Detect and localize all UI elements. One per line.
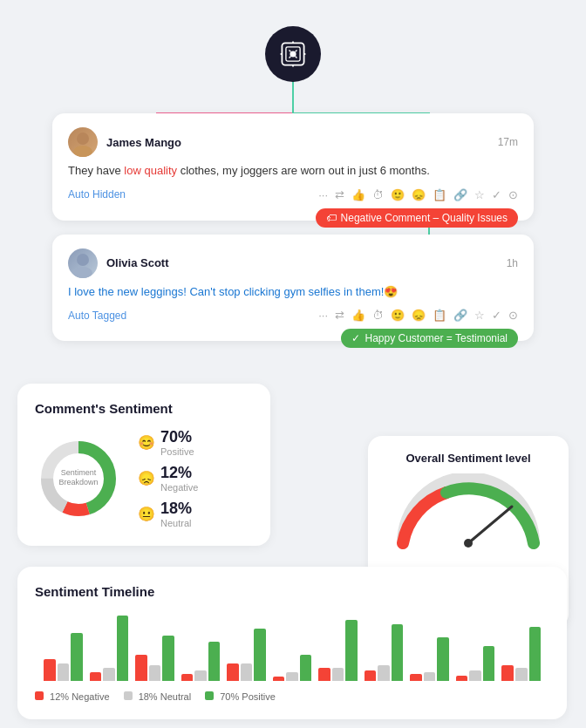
check-icon[interactable]: ✓ [492,188,501,201]
repost-icon-2[interactable]: ⇄ [335,309,344,322]
bar-pos-8 [437,637,449,681]
bar-chart [35,611,549,681]
sad-icon-2[interactable]: 😞 [412,309,426,322]
bar-neu-7 [378,665,390,681]
link-icon-2[interactable]: 🔗 [453,309,467,322]
svg-point-12 [73,146,92,157]
comment-text-olivia: I love the new leggings! Can't stop clic… [68,283,518,301]
negative-label: Negative [160,482,198,493]
smile-icon[interactable]: 🙂 [391,188,405,201]
legend-dot-neutral [124,691,133,700]
legend-dot-negative [35,691,44,700]
clock-icon[interactable]: ⏱ [372,188,384,201]
sentiment-breakdown: 😊 70% Positive 😞 12% Negative 😐 [138,428,198,528]
bar-group-5 [273,655,312,681]
action-icons-james: ··· ⇄ 👍 ⏱ 🙂 😞 📋 🔗 ☆ ✓ ⊙ [318,188,518,201]
hide-icon[interactable]: ⊙ [508,188,518,201]
copy-icon[interactable]: 📋 [433,188,446,201]
bar-neu-4 [241,663,253,681]
neutral-pct: 18% [160,500,192,517]
donut-chart: SentimentBreakdown [35,435,122,522]
cards-area: James Mango 17m They have low quality cl… [52,113,534,355]
clock-icon-2[interactable]: ⏱ [372,309,384,322]
bar-pos-5 [300,655,312,681]
repost-icon[interactable]: ⇄ [335,188,344,201]
svg-point-13 [77,254,89,266]
smile-icon-2[interactable]: 🙂 [391,309,405,322]
bar-neg-7 [365,670,377,681]
more-icon[interactable]: ··· [318,188,328,201]
donut-center-label: SentimentBreakdown [58,468,98,488]
bar-neg-4 [227,663,239,681]
chart-legend: 12% Negative 18% Neutral 70% Positive [35,691,549,702]
tag-badge-positive: ✓ Happy Customer = Testimonial [341,329,518,348]
bar-group-3 [181,642,221,681]
timeline-card: Sentiment Timeline 12% Negative 18% Neut… [17,567,567,719]
bar-neu-10 [515,668,528,681]
username-olivia: Olivia Scott [106,256,169,269]
username-james: James Mango [106,136,181,149]
action-icons-olivia: ··· ⇄ 👍 ⏱ 🙂 😞 📋 🔗 ☆ ✓ ⊙ [318,309,518,322]
bar-neg-5 [273,677,285,681]
star-icon[interactable]: ☆ [474,188,485,201]
sentiment-title: Comment's Sentiment [35,401,253,416]
bar-neg-2 [135,655,147,681]
check-icon-2[interactable]: ✓ [492,309,501,322]
svg-point-11 [77,133,89,145]
timestamp-james: 17m [498,136,518,148]
bar-pos-2 [162,636,174,681]
bar-group-0 [44,633,83,681]
neutral-label: Neutral [160,518,192,528]
bar-pos-6 [345,620,358,681]
donut-area: SentimentBreakdown 😊 70% Positive 😞 12% … [35,428,253,528]
svg-point-14 [73,267,92,278]
tag-label-negative: Negative Comment – Quality Issues [341,212,508,224]
negative-item: 😞 12% Negative [138,464,198,493]
user-olivia: Olivia Scott [68,248,169,278]
comment-card-james: James Mango 17m They have low quality cl… [52,113,534,221]
bar-pos-9 [483,646,495,681]
comment-text-james: They have low quality clothes, my jogger… [68,162,518,180]
link-icon[interactable]: 🔗 [453,188,467,201]
positive-item: 😊 70% Positive [138,428,198,457]
legend-dot-positive [205,691,214,700]
hide-icon-2[interactable]: ⊙ [508,309,518,322]
timestamp-olivia: 1h [507,257,518,269]
copy-icon-2[interactable]: 📋 [433,309,446,322]
tag-icon-positive: ✓ [351,332,360,344]
bar-pos-10 [529,627,542,681]
highlight-quality: low quality [124,164,177,177]
timeline-title: Sentiment Timeline [35,584,549,599]
star-icon-2[interactable]: ☆ [474,309,485,322]
bar-group-10 [501,627,541,681]
bar-neu-2 [149,665,161,681]
more-icon-2[interactable]: ··· [318,309,328,322]
bar-group-8 [410,637,449,681]
sentiment-card: Comment's Sentiment SentimentBreakdown [17,384,270,546]
avatar-james [68,127,98,157]
card-actions-james: Auto Hidden ··· ⇄ 👍 ⏱ 🙂 😞 📋 🔗 ☆ ✓ ⊙ [68,188,518,201]
bar-pos-7 [392,624,404,681]
positive-pct: 70% [160,428,192,446]
positive-label: Positive [160,446,194,457]
bar-neg-0 [44,659,56,681]
bar-neg-6 [318,668,330,681]
neutral-item: 😐 18% Neutral [138,500,198,528]
bar-group-6 [318,620,358,681]
bar-neg-3 [181,674,194,681]
ai-hub-icon [265,26,321,82]
bar-neg-10 [501,665,514,681]
svg-line-19 [468,507,512,543]
svg-point-6 [290,51,296,57]
sad-icon[interactable]: 😞 [412,188,426,201]
thumbsup-icon[interactable]: 👍 [351,188,365,201]
comment-card-olivia: Olivia Scott 1h I love the new leggings!… [52,235,534,342]
thumbsup-icon-2[interactable]: 👍 [351,309,365,322]
bar-group-7 [365,624,404,681]
bar-group-1 [90,616,129,681]
bar-pos-1 [117,616,129,681]
tag-badge-negative: 🏷 Negative Comment – Quality Issues [316,208,518,228]
negative-pct: 12% [160,464,192,481]
bar-group-4 [227,629,266,681]
legend-positive: 70% Positive [205,691,276,702]
